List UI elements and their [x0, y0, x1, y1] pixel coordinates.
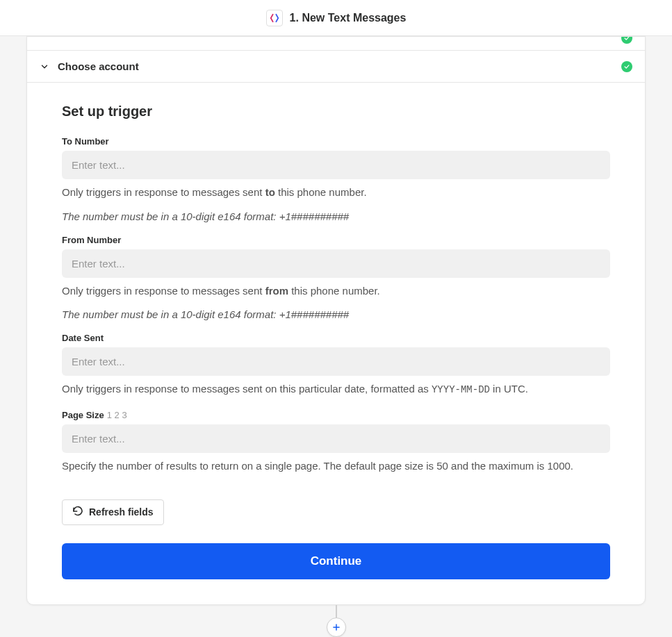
- field-date-sent: Date Sent Only triggers in response to m…: [62, 333, 610, 397]
- page-size-help: Specify the number of results to return …: [62, 458, 610, 474]
- date-sent-label: Date Sent: [62, 333, 610, 343]
- field-to-number: To Number Only triggers in response to m…: [62, 136, 610, 222]
- field-page-size: Page Size1 2 3 Specify the number of res…: [62, 410, 610, 474]
- page-size-input[interactable]: [62, 424, 610, 453]
- to-number-format-note: The number must be in a 10-digit e164 fo…: [62, 210, 610, 222]
- from-number-format-note: The number must be in a 10-digit e164 fo…: [62, 308, 610, 320]
- to-number-label: To Number: [62, 136, 610, 147]
- from-number-help: Only triggers in response to messages se…: [62, 283, 610, 299]
- refresh-icon: [72, 506, 83, 519]
- trigger-card: Choose account Set up trigger To Number …: [26, 36, 646, 605]
- continue-button[interactable]: Continue: [62, 543, 610, 579]
- chevron-down-icon: [40, 62, 49, 72]
- date-sent-help: Only triggers in response to messages se…: [62, 381, 610, 397]
- check-icon: [621, 61, 632, 72]
- add-step-button[interactable]: [327, 618, 346, 637]
- plus-icon: [331, 622, 341, 632]
- previous-section-edge: [27, 37, 645, 51]
- app-icon: [266, 10, 283, 26]
- field-from-number: From Number Only triggers in response to…: [62, 235, 610, 321]
- connector-line: [336, 605, 337, 638]
- top-bar: 1. New Text Messages: [0, 0, 672, 36]
- page-title: 1. New Text Messages: [290, 12, 407, 24]
- form-title: Set up trigger: [62, 104, 610, 119]
- refresh-fields-label: Refresh fields: [89, 506, 154, 518]
- choose-account-title: Choose account: [58, 60, 139, 72]
- setup-trigger-form: Set up trigger To Number Only triggers i…: [27, 83, 645, 604]
- to-number-help: Only triggers in response to messages se…: [62, 185, 610, 201]
- check-icon: [621, 36, 632, 44]
- choose-account-section[interactable]: Choose account: [27, 51, 645, 83]
- refresh-fields-button[interactable]: Refresh fields: [62, 499, 164, 525]
- to-number-input[interactable]: [62, 151, 610, 179]
- from-number-input[interactable]: [62, 249, 610, 278]
- canvas: Choose account Set up trigger To Number …: [0, 36, 672, 637]
- date-sent-input[interactable]: [62, 347, 610, 376]
- from-number-label: From Number: [62, 235, 610, 245]
- page-size-label: Page Size1 2 3: [62, 410, 610, 420]
